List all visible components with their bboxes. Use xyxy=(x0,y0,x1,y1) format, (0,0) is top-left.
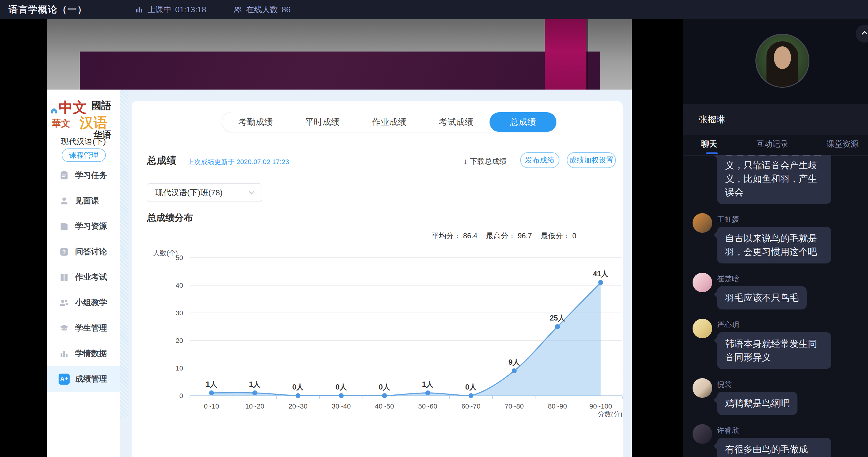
chat-message: 崔楚晗羽毛应该不只鸟毛 xyxy=(692,274,859,309)
chevron-down-icon xyxy=(248,189,255,196)
grade-weight-settings-button[interactable]: 成绩加权设置 xyxy=(567,152,616,168)
sidebar-item-小组教学[interactable]: 小组教学 xyxy=(47,290,120,315)
download-label: 下载总成绩 xyxy=(470,156,507,166)
stat-item: 最高分： 96.7 xyxy=(486,231,532,241)
divider xyxy=(131,140,623,140)
svg-text:?: ? xyxy=(62,249,66,255)
people-icon xyxy=(233,5,242,14)
svg-text:41人: 41人 xyxy=(593,270,609,278)
tab-chat[interactable]: 聊天 xyxy=(701,139,717,149)
svg-text:分数(分): 分数(分) xyxy=(597,410,622,417)
distribution-title: 总成绩分布 xyxy=(147,212,193,224)
chat-message-text: 有很多由鸟的毛做成球，比如说踢毽子的毽球。所 xyxy=(725,444,817,457)
active-tab-underline xyxy=(706,152,718,154)
tab-考试成绩[interactable]: 考试成绩 xyxy=(423,112,490,132)
chat-message-text: 自古以来说鸟的毛就是羽，会更习惯用这个吧 xyxy=(725,233,817,257)
svg-text:10: 10 xyxy=(176,364,183,372)
sidebar-item-作业考试[interactable]: 作业考试 xyxy=(47,264,120,290)
sidebar-item-学习任务[interactable]: 学习任务 xyxy=(47,162,120,188)
tab-interaction-log[interactable]: 互动记录 xyxy=(756,139,788,149)
sidebar-menu: 学习任务见面课学习资源?问答讨论作业考试小组教学学生管理学情数据A+成绩管理 xyxy=(47,162,120,392)
avatar xyxy=(692,378,712,398)
tab-考勤成绩[interactable]: 考勤成绩 xyxy=(222,112,289,132)
sidebar-item-label: 学习任务 xyxy=(75,170,107,181)
teacher-name-row: 张榴琳 xyxy=(683,104,868,135)
window-title-bar: 语言学概论（一） 上课中 01:13:18 在线人数 86 xyxy=(0,0,868,19)
logo-word: 華文 xyxy=(52,117,70,130)
chat-message-text: 鸡鸭鹅是鸟纲吧 xyxy=(725,398,789,408)
chat-sender-name: 严心玥 xyxy=(717,320,859,329)
svg-text:人数(个): 人数(个) xyxy=(153,249,178,257)
book-icon xyxy=(59,221,70,232)
svg-text:70~80: 70~80 xyxy=(505,402,524,410)
screen-share-region: 中文 國語 華文 汉语 华语 现代汉语(下) 课程管理 学习任务见面课学习资源?… xyxy=(47,19,632,457)
svg-text:25人: 25人 xyxy=(550,314,565,322)
class-select-dropdown[interactable]: 现代汉语(下)班(78) xyxy=(147,183,262,202)
download-icon: ↓ xyxy=(463,157,467,166)
exam-icon xyxy=(59,272,70,283)
course-sidebar: 中文 國語 華文 汉语 华语 现代汉语(下) 课程管理 学习任务见面课学习资源?… xyxy=(47,90,120,457)
svg-text:60~70: 60~70 xyxy=(462,402,480,410)
teacher-avatar xyxy=(755,34,809,88)
sidebar-item-label: 学习资源 xyxy=(75,221,107,232)
chat-message: 严心玥韩语本身就经常发生同音同形异义 xyxy=(692,320,859,369)
chat-sender-name: 许睿欣 xyxy=(717,425,859,435)
class-select-value: 现代汉语(下)班(78) xyxy=(155,187,248,198)
stat-item: 平均分： 86.4 xyxy=(432,231,477,241)
chat-message: 许睿欣有很多由鸟的毛做成球，比如说踢毽子的毽球。所 xyxy=(692,425,859,457)
sidebar-item-学生管理[interactable]: 学生管理 xyxy=(47,315,120,341)
sidebar-scrollbar[interactable] xyxy=(120,90,128,418)
sidebar-item-label: 小组教学 xyxy=(75,297,107,308)
course-banner xyxy=(80,52,600,90)
sidebar-item-学习资源[interactable]: 学习资源 xyxy=(47,213,120,239)
tab-平时成绩[interactable]: 平时成绩 xyxy=(289,112,356,132)
sidebar-item-label: 作业考试 xyxy=(75,272,107,282)
chat-tab-bar: 聊天 互动记录 课堂资源 xyxy=(683,135,868,155)
chat-message-text: 羽毛应该不只鸟毛 xyxy=(725,293,799,303)
sidebar-item-label: 学情数据 xyxy=(75,348,107,359)
clipped-text-fragments xyxy=(726,155,822,155)
class-status-label: 上课中 xyxy=(148,4,172,15)
tab-class-resources[interactable]: 课堂资源 xyxy=(827,139,859,149)
download-total-grades-button[interactable]: ↓ 下载总成绩 xyxy=(463,156,507,166)
chat-bubble: 义，只靠语音会产生歧义，比如鱼和羽，产生误会 xyxy=(717,155,831,204)
collapse-panel-button[interactable] xyxy=(856,25,868,42)
svg-text:80~90: 80~90 xyxy=(548,402,567,410)
sidebar-item-label: 问答讨论 xyxy=(75,246,107,257)
barchart-icon xyxy=(59,348,70,359)
group-icon xyxy=(59,297,70,308)
gradcap-icon xyxy=(59,323,70,334)
grade-tabs: 考勤成绩平时成绩作业成绩考试成绩总成绩 xyxy=(222,112,557,132)
svg-text:10~20: 10~20 xyxy=(245,402,265,410)
sidebar-item-问答讨论[interactable]: ?问答讨论 xyxy=(47,239,120,264)
svg-text:1人: 1人 xyxy=(422,380,434,388)
online-count-group: 在线人数 86 xyxy=(233,4,290,15)
tab-作业成绩[interactable]: 作业成绩 xyxy=(356,112,423,132)
chat-bubble: 自古以来说鸟的毛就是羽，会更习惯用这个吧 xyxy=(717,227,831,264)
online-count-value: 86 xyxy=(282,5,290,14)
avatar xyxy=(692,319,712,338)
chat-message: 王虹媛自古以来说鸟的毛就是羽，会更习惯用这个吧 xyxy=(692,214,859,264)
chat-sender-name: 崔楚晗 xyxy=(717,274,859,283)
question-icon: ? xyxy=(59,246,70,257)
publish-grades-button[interactable]: 发布成绩 xyxy=(520,152,559,168)
chat-message-list[interactable]: 义，只靠语音会产生歧义，比如鱼和羽，产生误会王虹媛自古以来说鸟的毛就是羽，会更习… xyxy=(683,155,868,457)
svg-text:0~10: 0~10 xyxy=(204,402,219,410)
chat-panel: 张榴琳 聊天 互动记录 课堂资源 义，只靠语音会产生歧义，比如鱼和羽，产生误会王… xyxy=(683,19,868,457)
class-timer: 01:13:18 xyxy=(175,5,206,14)
chat-bubble: 有很多由鸟的毛做成球，比如说踢毽子的毽球。所 xyxy=(717,438,831,457)
sidebar-item-学情数据[interactable]: 学情数据 xyxy=(47,341,120,366)
svg-text:1人: 1人 xyxy=(249,380,261,388)
chat-bubble: 羽毛应该不只鸟毛 xyxy=(717,286,807,309)
stat-item: 最低分： 0 xyxy=(541,231,576,241)
course-manage-button[interactable]: 课程管理 xyxy=(62,148,106,162)
svg-text:0人: 0人 xyxy=(292,383,304,391)
tab-总成绩[interactable]: 总成绩 xyxy=(490,112,556,132)
sidebar-item-见面课[interactable]: 见面课 xyxy=(47,188,120,213)
svg-text:0人: 0人 xyxy=(336,383,347,391)
chat-message: 倪裳鸡鸭鹅是鸟纲吧 xyxy=(692,379,859,415)
sidebar-item-成绩管理[interactable]: A+成绩管理 xyxy=(47,366,120,392)
svg-text:0: 0 xyxy=(179,392,183,400)
svg-text:0人: 0人 xyxy=(465,383,477,391)
site-logo[interactable]: 中文 國語 華文 汉语 华语 xyxy=(51,98,116,136)
